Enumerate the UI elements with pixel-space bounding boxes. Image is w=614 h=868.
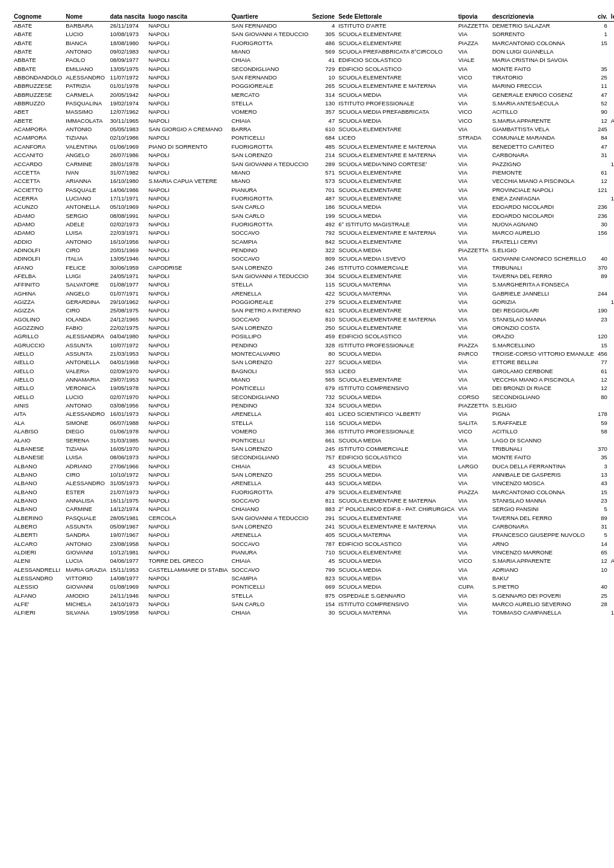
table-cell: CHIAIA: [229, 462, 310, 471]
table-cell: 52: [596, 99, 609, 108]
table-cell: [596, 574, 609, 583]
table-cell: 11/07/1972: [108, 73, 147, 82]
table-cell: VITTORIO: [64, 574, 108, 583]
table-cell: SERGIO: [64, 212, 108, 220]
table-row: ABETEIMMACOLATA30/11/1965NAPOLICHIAIA47S…: [12, 117, 614, 125]
table-cell: 14/06/1986: [108, 186, 147, 194]
table-cell: SAN LORENZO: [229, 324, 310, 332]
table-cell: 13/05/1975: [108, 65, 147, 73]
table-cell: STRADA: [456, 134, 491, 142]
table-cell: SAN CARLO: [229, 212, 310, 220]
table-cell: NAPOLI: [147, 30, 230, 39]
table-cell: PARCO: [456, 350, 491, 358]
table-cell: SIMONE: [64, 419, 108, 427]
table-cell: 4: [310, 22, 336, 31]
table-row: ALBERTISANDRA19/07/1967NAPOLIARENELLA405…: [12, 531, 614, 539]
table-cell: 29/07/1953: [108, 376, 147, 384]
table-cell: NAPOLI: [147, 324, 230, 332]
table-cell: 487: [310, 194, 336, 203]
table-cell: MONTE FAITO: [491, 65, 596, 73]
table-cell: 121: [596, 186, 609, 194]
table-cell: ISTITUTO D'ARTE: [336, 22, 456, 31]
table-cell: NAPOLI: [147, 73, 230, 82]
table-cell: 02/09/1970: [108, 367, 147, 376]
table-cell: SCUOLA ELEMENTARE: [336, 30, 456, 39]
table-cell: LICEO: [336, 134, 456, 142]
table-cell: 661: [310, 436, 336, 445]
table-cell: GIOVANNI CANONICO SCHERILLO: [491, 255, 596, 263]
table-cell: ALESSIO: [12, 583, 64, 591]
table-cell: 18/08/1980: [108, 39, 147, 48]
table-cell: ALBANO: [12, 471, 64, 479]
table-cell: AIELLO: [12, 393, 64, 401]
table-cell: AITA: [12, 410, 64, 418]
table-cell: VIA: [456, 229, 491, 237]
table-cell: ALDIERI: [12, 548, 64, 557]
table-cell: [609, 39, 614, 48]
table-cell: BARBARA: [64, 22, 108, 31]
table-header-row: Cognome Nome data nascita luogo nascita …: [12, 12, 614, 22]
table-cell: 25: [596, 73, 609, 82]
table-cell: [609, 177, 614, 185]
table-cell: ANTONIO: [64, 401, 108, 410]
table-cell: NAPOLI: [147, 531, 230, 539]
table-cell: [596, 298, 609, 306]
table-row: ABATEBIANCA18/08/1980NAPOLIFUORIGROTTA48…: [12, 39, 614, 48]
table-cell: CARBONARA: [491, 522, 596, 531]
table-row: ALBANOESTER21/07/1973NAPOLIFUORIGROTTA47…: [12, 488, 614, 497]
table-cell: ABATE: [12, 22, 64, 31]
table-cell: CHIAIA: [229, 557, 310, 565]
table-cell: SAN LORENZO: [229, 264, 310, 272]
table-cell: ISTITUTO PROFESSIONALE: [336, 341, 456, 350]
table-cell: 10/10/1972: [108, 471, 147, 479]
table-cell: NAPOLI: [147, 108, 230, 116]
table-cell: NAPOLI: [147, 574, 230, 583]
table-cell: NAPOLI: [147, 341, 230, 350]
table-row: ADINOLFIITALIA13/05/1946NAPOLISOCCAVO809…: [12, 255, 614, 263]
table-cell: 28/01/1978: [108, 160, 147, 169]
table-cell: MIANO: [229, 48, 310, 56]
table-row: ADDIOANTONIO16/10/1956NAPOLISCAMPIA842SC…: [12, 238, 614, 246]
table-cell: SILVANA: [64, 609, 108, 617]
table-cell: PENDINO: [229, 401, 310, 410]
table-cell: ALESSANDRO: [64, 479, 108, 488]
table-cell: NAPOLI: [147, 203, 230, 211]
table-cell: SCUOLA ELEMENTARE: [336, 177, 456, 185]
table-cell: PIANO DI SORRENTO: [147, 143, 230, 151]
table-cell: 43: [596, 479, 609, 488]
table-cell: 459: [310, 332, 336, 341]
table-cell: FELICE: [64, 264, 108, 272]
table-cell: NAPOLI: [147, 298, 230, 306]
table-cell: ALBANESE: [12, 453, 64, 462]
table-cell: 35: [596, 453, 609, 462]
table-cell: ALFANO: [12, 592, 64, 600]
table-cell: 701: [310, 186, 336, 194]
table-cell: VIA: [456, 600, 491, 609]
table-cell: TRIBUNALI: [491, 264, 596, 272]
table-cell: 12: [596, 376, 609, 384]
table-row: ALFANOAMODIO24/11/1946NAPOLISTELLA875OSP…: [12, 592, 614, 600]
table-cell: S.PIETRO: [491, 583, 596, 591]
table-cell: 23: [596, 315, 609, 324]
table-cell: VIA: [456, 471, 491, 479]
table-cell: S.RAFFAELE: [491, 419, 596, 427]
table-cell: [596, 401, 609, 410]
table-cell: VIA: [456, 281, 491, 289]
table-cell: NAPOLI: [147, 436, 230, 445]
table-cell: ALBERINO: [12, 514, 64, 522]
table-row: ALBEROASSUNTA05/09/1967NAPOLISAN LORENZO…: [12, 522, 614, 531]
table-cell: VIA: [456, 99, 491, 108]
table-cell: SCUOLA ELEMENTARE: [336, 298, 456, 306]
table-cell: 05/09/1967: [108, 522, 147, 531]
table-cell: 115: [310, 281, 336, 289]
table-cell: 16/10/1956: [108, 238, 147, 246]
table-cell: VIA: [456, 376, 491, 384]
table-cell: AGRILLO: [12, 332, 64, 341]
table-cell: POGGIOREALE: [229, 298, 310, 306]
table-cell: 799: [310, 566, 336, 574]
table-cell: MASSIMO: [64, 108, 108, 116]
table-cell: 01/08/1969: [108, 583, 147, 591]
header-descrizionevia: descrizionevia: [491, 12, 596, 22]
table-cell: NAPOLI: [147, 488, 230, 497]
table-cell: SCUOLA MATERNA: [336, 281, 456, 289]
